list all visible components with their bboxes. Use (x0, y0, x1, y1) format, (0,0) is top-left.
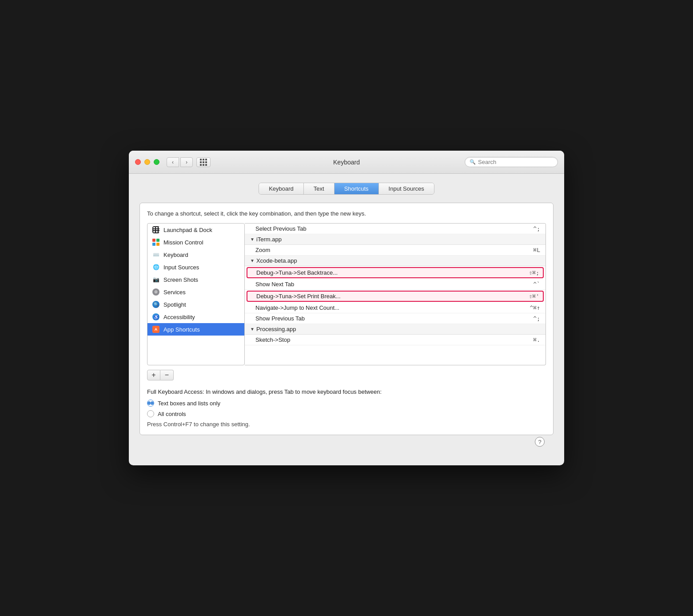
maximize-button[interactable] (154, 159, 159, 165)
shortcut-row-zoom[interactable]: Zoom ⌘L (245, 245, 546, 256)
tab-shortcuts[interactable]: Shortcuts (335, 183, 379, 194)
shortcut-key: ⇧⌘' (529, 293, 539, 300)
shortcut-key: ⌘L (533, 247, 540, 253)
shortcut-key: ⌘. (533, 336, 540, 343)
sidebar-item-launchpad[interactable]: Launchpad & Dock (147, 224, 244, 236)
sidebar-item-keyboard[interactable]: ⌨️ Keyboard (147, 248, 244, 261)
sidebar-label-keyboard: Keyboard (163, 252, 188, 258)
help-button[interactable]: ? (535, 437, 545, 447)
search-box[interactable]: 🔍 (465, 157, 558, 167)
mission-icon (152, 238, 160, 246)
panel-body: Launchpad & Dock Mission Control ⌨️ (147, 223, 546, 365)
shortcut-key: ^⌘↑ (530, 304, 540, 311)
shortcut-key: ^; (533, 225, 540, 232)
group-xcode[interactable]: ▼ Xcode-beta.app (245, 256, 546, 266)
radio-text-boxes-label: Text boxes and lists only (158, 400, 220, 407)
group-label-iterm: iTerm.app (256, 236, 282, 243)
add-remove-buttons: + − (147, 370, 546, 380)
shortcut-row-show-next-tab[interactable]: Show Next Tab ^` (245, 279, 546, 290)
traffic-lights (135, 159, 159, 165)
shortcut-row-sketch-stop[interactable]: Sketch->Stop ⌘. (245, 335, 546, 345)
group-label-xcode: Xcode-beta.app (256, 257, 297, 264)
back-button[interactable]: ‹ (167, 157, 179, 167)
sidebar-label-spotlight: Spotlight (163, 301, 186, 308)
sidebar-label-launchpad: Launchpad & Dock (163, 227, 212, 233)
radio-all-controls-label: All controls (158, 411, 186, 417)
shortcut-row-debug-printbreak[interactable]: Debug->Tuna->Set Print Break... ⇧⌘' (247, 291, 544, 302)
main-panel: To change a shortcut, select it, click t… (139, 203, 554, 435)
sidebar-item-mission[interactable]: Mission Control (147, 236, 244, 248)
radio-text-boxes[interactable]: Text boxes and lists only (147, 400, 546, 407)
titlebar: ‹ › Keyboard 🔍 (129, 151, 564, 174)
keyboard-access-section: Full Keyboard Access: In windows and dia… (147, 388, 546, 428)
sidebar-label-app-shortcuts: App Shortcuts (163, 326, 200, 333)
sidebar-label-services: Services (163, 289, 186, 296)
content: Keyboard Text Shortcuts Input Sources To… (129, 174, 564, 465)
sidebar-label-input-sources: Input Sources (163, 264, 199, 271)
window: ‹ › Keyboard 🔍 Keyboard Text Shortcuts I… (129, 151, 564, 465)
input-sources-icon: 🌐 (152, 263, 160, 271)
collapse-icon: ▼ (250, 258, 255, 263)
radio-all-controls[interactable]: All controls (147, 410, 546, 417)
tab-group: Keyboard Text Shortcuts Input Sources (259, 183, 434, 195)
shortcut-row-debug-backtrace[interactable]: Debug->Tuna->Set Backtrace... ⇧⌘; (247, 267, 544, 278)
app-shortcuts-icon: A (152, 325, 160, 333)
nav-buttons: ‹ › (167, 157, 193, 167)
shortcut-key: ^; (533, 315, 540, 322)
description: To change a shortcut, select it, click t… (147, 210, 546, 217)
radio-all-controls-input[interactable] (147, 410, 154, 417)
search-icon: 🔍 (470, 159, 476, 165)
spotlight-icon: 🔍 (152, 300, 160, 308)
close-button[interactable] (135, 159, 141, 165)
sidebar: Launchpad & Dock Mission Control ⌨️ (147, 223, 245, 365)
sidebar-item-screenshots[interactable]: 📷 Screen Shots (147, 273, 244, 286)
group-processing[interactable]: ▼ Processing.app (245, 324, 546, 335)
shortcut-label: Navigate->Jump to Next Count... (255, 304, 339, 311)
shortcut-key: ⇧⌘; (529, 269, 539, 276)
collapse-icon: ▼ (250, 327, 255, 332)
sidebar-item-services[interactable]: ⚙ Services (147, 286, 244, 298)
services-icon: ⚙ (152, 288, 160, 296)
shortcut-label: Sketch->Stop (255, 336, 290, 343)
radio-text-boxes-input[interactable] (147, 400, 154, 407)
sidebar-label-mission: Mission Control (163, 239, 203, 246)
shortcut-row-show-prev-tab[interactable]: Show Previous Tab ^; (245, 313, 546, 324)
sidebar-item-input-sources[interactable]: 🌐 Input Sources (147, 261, 244, 273)
collapse-icon: ▼ (250, 237, 255, 242)
sidebar-label-screenshots: Screen Shots (163, 276, 198, 283)
search-input[interactable] (478, 159, 553, 165)
shortcut-label: Zoom (255, 247, 270, 253)
shortcut-label: Debug->Tuna->Set Backtrace... (256, 269, 338, 276)
minimize-button[interactable] (144, 159, 150, 165)
shortcut-label: Debug->Tuna->Set Print Break... (256, 293, 341, 300)
grid-icon (200, 159, 207, 166)
shortcut-label: Select Previous Tab (255, 225, 307, 232)
add-button[interactable]: + (147, 370, 160, 380)
sidebar-item-app-shortcuts[interactable]: A App Shortcuts (147, 323, 244, 336)
group-label-processing: Processing.app (256, 326, 296, 332)
remove-button[interactable]: − (160, 370, 174, 380)
window-title: Keyboard (333, 159, 360, 166)
shortcuts-list[interactable]: Select Previous Tab ^; ▼ iTerm.app Zoom … (245, 223, 546, 365)
forward-button[interactable]: › (180, 157, 193, 167)
sidebar-label-accessibility: Accessibility (163, 314, 195, 320)
shortcut-label: Show Previous Tab (255, 315, 305, 322)
tabs-row: Keyboard Text Shortcuts Input Sources (139, 183, 554, 195)
shortcut-row-navigate-jump[interactable]: Navigate->Jump to Next Count... ^⌘↑ (245, 303, 546, 313)
group-iterm[interactable]: ▼ iTerm.app (245, 234, 546, 245)
shortcut-label: Show Next Tab (255, 281, 294, 288)
grid-button[interactable] (196, 157, 211, 167)
tab-input-sources[interactable]: Input Sources (379, 183, 434, 194)
launchpad-icon (152, 226, 160, 234)
sidebar-item-spotlight[interactable]: 🔍 Spotlight (147, 298, 244, 311)
keyboard-icon: ⌨️ (152, 251, 160, 259)
tab-keyboard[interactable]: Keyboard (259, 183, 304, 194)
keyboard-access-title: Full Keyboard Access: In windows and dia… (147, 388, 546, 395)
shortcut-row-select-prev-tab[interactable]: Select Previous Tab ^; (245, 224, 546, 234)
sidebar-item-accessibility[interactable]: ♿ Accessibility (147, 311, 244, 323)
tab-text[interactable]: Text (304, 183, 335, 194)
screenshots-icon: 📷 (152, 276, 160, 284)
keyboard-access-hint: Press Control+F7 to change this setting. (147, 421, 546, 428)
shortcut-key: ^` (533, 281, 540, 288)
accessibility-icon: ♿ (152, 313, 160, 321)
